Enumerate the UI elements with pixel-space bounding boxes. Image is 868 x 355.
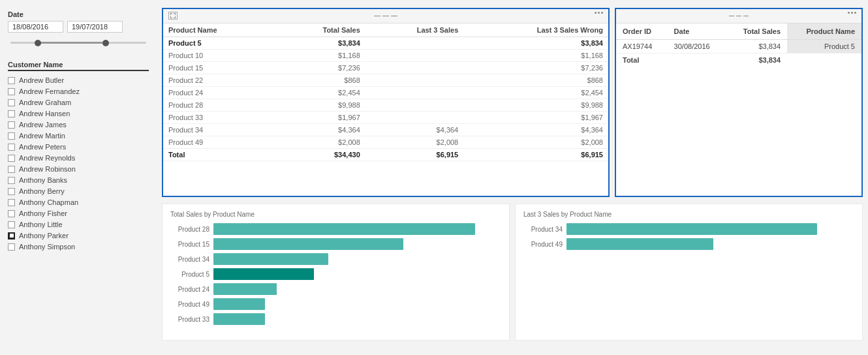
expand-icon[interactable] (168, 12, 178, 20)
customer-item[interactable]: Andrew James (8, 119, 149, 130)
customer-name: Andrew Graham (19, 99, 71, 106)
detail-table: Order ID Date Total Sales Product Name A… (616, 23, 861, 67)
customer-name: Andrew Reynolds (19, 154, 75, 162)
customer-checkbox[interactable] (8, 188, 15, 195)
customer-checkbox[interactable] (8, 110, 15, 117)
customer-item[interactable]: Andrew Fernandez (8, 86, 149, 97)
bar-fill (213, 268, 314, 280)
customer-name: Anthony Little (19, 221, 63, 228)
customer-checkbox[interactable] (8, 210, 15, 217)
bar-row: Product 49 (523, 238, 854, 250)
table-row[interactable]: Product 5$3,834$3,834 (163, 37, 608, 50)
customer-item[interactable]: Anthony Fisher (8, 208, 149, 219)
col-order-id: Order ID (616, 23, 668, 40)
table-row[interactable]: Product 24$2,454$2,454 (163, 87, 608, 99)
panel-header-left (163, 9, 608, 23)
date-label: Date (8, 10, 149, 18)
table-row[interactable]: Product 33$1,967$1,967 (163, 112, 608, 124)
top-row: Product Name Total Sales Last 3 Sales La… (162, 8, 863, 197)
customer-name: Andrew Butler (19, 76, 64, 84)
col-last3-wrong: Last 3 Sales Wrong (463, 23, 608, 37)
col-product-name-detail: Product Name (787, 23, 861, 40)
bar-fill (213, 298, 265, 310)
customer-name: Anthony Fisher (19, 209, 67, 217)
detail-panel-menu[interactable] (848, 12, 856, 14)
customer-checkbox[interactable] (8, 144, 15, 151)
customer-item[interactable]: Andrew Hansen (8, 108, 149, 119)
customer-list: Andrew ButlerAndrew FernandezAndrew Grah… (8, 75, 149, 252)
bar-label: Product 33 (170, 316, 209, 323)
customer-item[interactable]: Andrew Reynolds (8, 153, 149, 163)
date-range: 18/08/2016 19/07/2018 (8, 21, 149, 33)
customer-name: Anthony Simpson (19, 243, 75, 251)
bottom-row: Total Sales by Product Name Product 28Pr… (162, 204, 863, 341)
sidebar: Date 18/08/2016 19/07/2018 Customer Name… (0, 0, 157, 355)
customer-checkbox[interactable] (8, 99, 15, 106)
bar-label: Product 34 (170, 256, 209, 263)
table-row[interactable]: Product 22$868$868 (163, 74, 608, 87)
customer-item[interactable]: Anthony Parker (8, 230, 149, 241)
bar-row: Product 15 (170, 238, 501, 250)
customer-item[interactable]: Andrew Robinson (8, 164, 149, 174)
col-total-sales: Total Sales (275, 23, 365, 37)
customer-name: Andrew Martin (19, 132, 65, 140)
customer-item[interactable]: Andrew Peters (8, 142, 149, 152)
date-start[interactable]: 18/08/2016 (8, 21, 63, 33)
customer-checkbox[interactable] (8, 221, 15, 228)
chart-right-title: Last 3 Sales by Product Name (523, 211, 854, 218)
customer-item[interactable]: Anthony Banks (8, 175, 149, 185)
chart-left-title: Total Sales by Product Name (170, 211, 501, 218)
customer-checkbox[interactable] (8, 232, 15, 239)
customer-name: Anthony Berry (19, 187, 65, 195)
bar-label: Product 24 (170, 286, 209, 293)
bar-label: Product 28 (170, 226, 209, 233)
main-content: Product Name Total Sales Last 3 Sales La… (157, 0, 868, 355)
date-end[interactable]: 19/07/2018 (67, 21, 123, 33)
customer-item[interactable]: Anthony Simpson (8, 241, 149, 252)
bar-chart-right: Product 34Product 49 (523, 223, 854, 250)
customer-item[interactable]: Andrew Butler (8, 75, 149, 85)
chart-last3-sales: Last 3 Sales by Product Name Product 34P… (515, 204, 863, 341)
table-row[interactable]: Product 28$9,988$9,988 (163, 99, 608, 112)
customer-name: Anthony Chapman (19, 198, 78, 206)
main-table: Product Name Total Sales Last 3 Sales La… (163, 23, 608, 161)
table-row[interactable]: Product 49$2,008$2,008$2,008 (163, 136, 608, 149)
main-table-scroll[interactable]: Product Name Total Sales Last 3 Sales La… (163, 23, 608, 196)
table-row[interactable]: Product 15$7,236$7,236 (163, 62, 608, 74)
bar-label: Product 34 (523, 226, 563, 233)
bar-row: Product 34 (170, 253, 501, 265)
customer-checkbox[interactable] (8, 77, 15, 84)
customer-item[interactable]: Andrew Graham (8, 97, 149, 108)
customer-name: Andrew Robinson (19, 165, 76, 173)
table-row[interactable]: Product 34$4,364$4,364$4,364 (163, 124, 608, 136)
bar-fill (566, 238, 713, 250)
detail-row: AX1974430/08/2016$3,834Product 5 (616, 40, 861, 54)
customer-name: Anthony Parker (19, 232, 69, 239)
customer-item[interactable]: Anthony Chapman (8, 197, 149, 208)
customer-checkbox[interactable] (8, 88, 15, 95)
main-table-panel: Product Name Total Sales Last 3 Sales La… (162, 8, 610, 197)
customer-checkbox[interactable] (8, 243, 15, 251)
customer-item[interactable]: Anthony Berry (8, 186, 149, 196)
customer-checkbox[interactable] (8, 121, 15, 129)
bar-fill (213, 253, 328, 265)
bar-chart-left: Product 28Product 15Product 34Product 5P… (170, 223, 501, 325)
customer-checkbox[interactable] (8, 155, 15, 162)
customer-checkbox[interactable] (8, 177, 15, 184)
customer-item[interactable]: Andrew Martin (8, 131, 149, 141)
panel-menu-dots[interactable] (595, 12, 603, 14)
detail-table-panel: Order ID Date Total Sales Product Name A… (615, 8, 863, 197)
customer-item[interactable]: Anthony Little (8, 219, 149, 230)
customer-checkbox[interactable] (8, 199, 15, 206)
customer-checkbox[interactable] (8, 166, 15, 173)
customer-checkbox[interactable] (8, 132, 15, 140)
bar-label: Product 5 (170, 271, 209, 278)
customer-name: Andrew Peters (19, 143, 66, 151)
col-product-name: Product Name (163, 23, 275, 37)
bar-row: Product 28 (170, 223, 501, 235)
table-row[interactable]: Product 10$1,168$1,168 (163, 50, 608, 62)
bar-label: Product 49 (523, 241, 563, 248)
date-slider[interactable] (8, 35, 149, 50)
bar-label: Product 49 (170, 301, 209, 308)
detail-total-row: Total$3,834 (616, 54, 861, 67)
